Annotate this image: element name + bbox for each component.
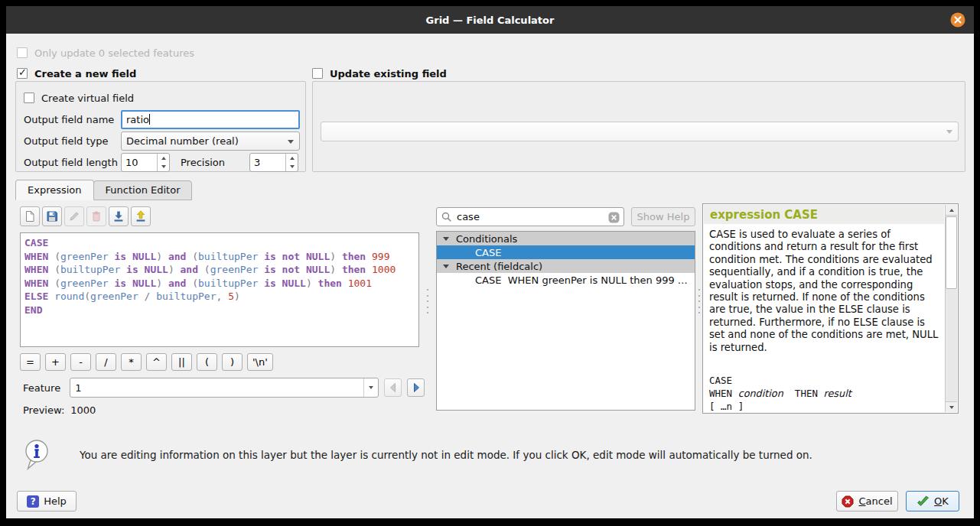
precision-stepper[interactable]: 3: [249, 153, 298, 172]
export-up-arrow-icon: [135, 210, 147, 222]
help-title: expression CASE: [710, 208, 818, 222]
close-icon: [950, 12, 965, 28]
import-down-arrow-icon: [112, 210, 125, 222]
help-body: CASE is used to evaluate a series of con…: [709, 229, 939, 411]
expression-toolbar: [20, 206, 151, 226]
function-search-input[interactable]: case: [436, 207, 624, 226]
only-update-selected-label: Only update 0 selected features: [34, 47, 194, 59]
tab-function-editor[interactable]: Function Editor: [93, 180, 193, 200]
operator-button[interactable]: -: [70, 353, 91, 371]
help-header: expression CASE: [704, 205, 944, 224]
edit-expression-button: [64, 206, 84, 226]
update-existing-field-label: Update existing field: [330, 68, 447, 80]
info-bubble-icon: [23, 439, 50, 471]
function-group-row[interactable]: Recent (fieldcalc): [437, 259, 695, 273]
scroll-down-icon[interactable]: [946, 401, 957, 412]
help-button[interactable]: Help: [17, 491, 77, 511]
text-cursor: [149, 114, 150, 125]
operator-button[interactable]: /: [96, 353, 116, 371]
operator-button[interactable]: *: [121, 353, 142, 371]
spin-up-icon[interactable]: [290, 157, 295, 160]
operator-button[interactable]: ||: [171, 353, 192, 371]
export-expression-button[interactable]: [131, 206, 151, 226]
spin-buttons[interactable]: [285, 154, 298, 171]
new-file-icon: [24, 210, 36, 222]
output-field-name-label: Output field name: [24, 114, 114, 125]
only-update-selected-checkbox: [17, 47, 28, 58]
function-search-row: case Show Help: [436, 207, 695, 226]
save-icon: [46, 210, 58, 222]
collapse-triangle-icon[interactable]: [443, 265, 449, 268]
next-feature-button[interactable]: [407, 378, 425, 397]
existing-field-select: [321, 122, 959, 141]
next-arrow-icon: [410, 382, 422, 394]
ok-check-icon: [917, 495, 930, 508]
operator-button[interactable]: '\n': [247, 353, 273, 371]
function-tree: ConditionalsCASERecent (fieldcalc)CASE W…: [436, 231, 695, 411]
chevron-down-icon: [946, 130, 952, 134]
update-existing-field-row[interactable]: Update existing field: [312, 67, 447, 80]
preview-value: 1000: [70, 404, 96, 416]
create-new-field-checkbox[interactable]: [17, 68, 28, 79]
help-scrollbar[interactable]: [945, 205, 957, 412]
ok-button[interactable]: OK: [906, 491, 959, 511]
chevron-down-icon: [369, 386, 373, 389]
previous-arrow-icon: [387, 382, 399, 394]
function-group-row[interactable]: Conditionals: [437, 232, 695, 245]
operator-buttons: =+-/*^||()'\n': [20, 353, 273, 371]
splitter-handle[interactable]: [425, 289, 430, 313]
update-existing-field-checkbox[interactable]: [312, 68, 323, 79]
operator-button[interactable]: +: [45, 353, 66, 371]
operator-button[interactable]: ^: [146, 353, 167, 371]
close-button[interactable]: [950, 12, 965, 28]
cancel-icon: [842, 495, 854, 508]
output-field-type-label: Output field type: [24, 135, 109, 147]
output-field-length-stepper[interactable]: 10: [121, 153, 170, 172]
scrollbar-thumb[interactable]: [946, 216, 957, 289]
output-field-type-select[interactable]: Decimal number (real): [121, 132, 300, 151]
preview-row: Preview:1000: [23, 404, 96, 416]
create-virtual-field-checkbox[interactable]: [24, 93, 34, 103]
create-virtual-field-label: Create virtual field: [41, 93, 134, 104]
help-panel: expression CASE CASE is used to evaluate…: [702, 203, 959, 414]
delete-expression-button: [86, 206, 106, 226]
function-item-row[interactable]: CASE WHEN greenPer is NULL then 999 …: [437, 273, 695, 287]
expression-code[interactable]: CASEWHEN (greenPer is NULL) and (builtup…: [20, 232, 419, 347]
operator-button[interactable]: (: [197, 353, 217, 371]
feature-select-arrow[interactable]: [363, 378, 378, 397]
update-existing-groupbox: [312, 81, 965, 172]
operator-button[interactable]: =: [20, 353, 41, 371]
output-field-name-input[interactable]: ratio: [121, 110, 300, 129]
scroll-up-icon[interactable]: [946, 205, 957, 216]
cancel-button[interactable]: Cancel: [836, 491, 898, 511]
new-expression-button[interactable]: [20, 206, 40, 226]
function-item-row[interactable]: CASE: [437, 245, 695, 259]
help-syntax-block: CASEWHEN condition THEN result[ …n ][ EL…: [709, 375, 939, 411]
import-expression-button[interactable]: [109, 206, 129, 226]
spin-down-icon[interactable]: [161, 165, 166, 168]
create-new-field-row[interactable]: Create a new field: [17, 67, 136, 80]
save-expression-button[interactable]: [42, 206, 62, 226]
output-field-length-label: Output field length: [24, 157, 118, 168]
search-icon: [441, 211, 453, 223]
create-virtual-field-row[interactable]: Create virtual field: [24, 92, 134, 104]
operator-button[interactable]: ): [222, 353, 243, 371]
create-new-field-label: Create a new field: [34, 68, 136, 80]
collapse-triangle-icon[interactable]: [443, 237, 449, 241]
notice-text: You are editing information on this laye…: [80, 449, 812, 461]
title-bar[interactable]: Grid — Field Calculator: [6, 6, 974, 34]
trash-icon: [90, 210, 103, 222]
pencil-icon: [68, 210, 80, 222]
tab-expression[interactable]: Expression: [15, 180, 94, 200]
tab-bar: Expression Function Editor: [15, 181, 191, 200]
spin-down-icon[interactable]: [290, 165, 295, 168]
window-title: Grid — Field Calculator: [426, 15, 555, 26]
spin-buttons[interactable]: [157, 154, 169, 171]
edit-mode-notice: You are editing information on this laye…: [23, 439, 812, 471]
clear-search-icon[interactable]: [608, 212, 620, 223]
splitter-handle[interactable]: [697, 289, 702, 313]
spin-up-icon[interactable]: [161, 157, 166, 160]
feature-label: Feature: [23, 382, 60, 394]
show-help-button: Show Help: [631, 207, 695, 226]
feature-select[interactable]: 1: [70, 378, 379, 398]
